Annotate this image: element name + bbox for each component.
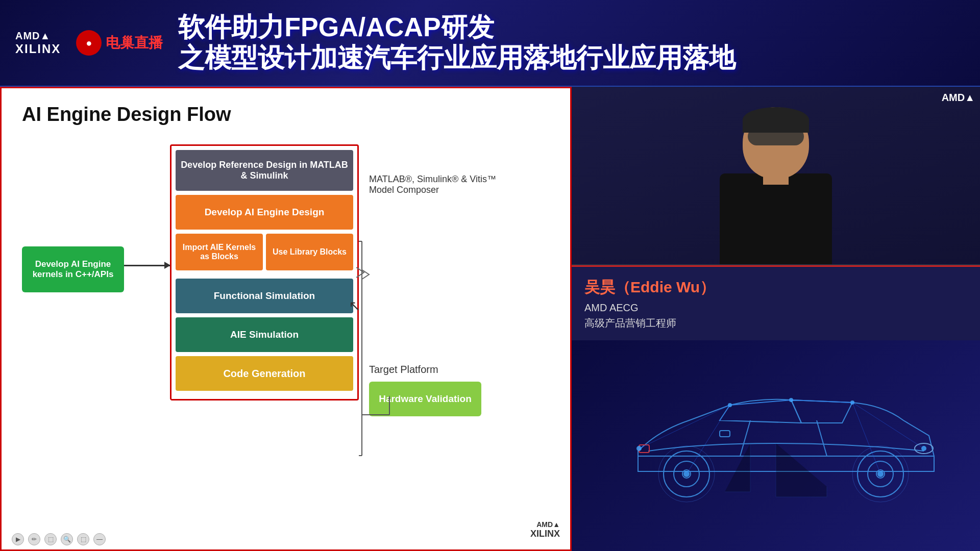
svg-rect-17 [720,431,730,437]
banner-title: 软件助力FPGA/ACAP研发 之模型设计加速汽车行业应用落地行业应用落地 [178,12,965,73]
svg-line-28 [791,400,852,403]
car-visual-area [572,340,980,551]
diagram-container: Develop AI Enginekernels in C++/APIs Dev… [22,139,550,519]
orange-arrow-icon [356,265,366,280]
toolbar-minus-btn[interactable]: — [93,533,106,545]
slide-area: AI Engine Design Flow Develop AI Enginek… [0,87,572,551]
slide-toolbar: ▶ ✏ ⬚ 🔍 ⬚ — [12,533,106,545]
flow-block-functional-sim-label: Functional Simulation [214,290,315,302]
toolbar-play-btn[interactable]: ▶ [12,533,24,545]
webcam-area: AMD▲ [572,87,980,265]
xilinx-logo-text: XILINX [15,42,61,57]
svg-line-31 [852,403,924,448]
flow-block-reference: Develop Reference Design in MATLAB & Sim… [176,150,353,191]
flow-block-aie-sim-label: AIE Simulation [230,329,299,340]
matlab-label-text: MATLAB®, Simulink® & Vitis™ Model Compos… [369,174,496,195]
speaker-info-panel: 吴昊（Eddie Wu） AMD AECG 高级产品营销工程师 [572,265,980,340]
speaker-name: 吴昊（Eddie Wu） [584,277,967,298]
main-flow-box: Develop Reference Design in MATLAB & Sim… [170,144,359,400]
amd-bottom-line2: XILINX [530,529,560,539]
flow-block-library-label: Use Library Blocks [273,247,347,257]
sub-row-blocks: Import AIE Kernels as Blocks Use Library… [176,234,353,274]
dcl-logo: 电巢直播 [76,30,163,56]
hardware-validation-box: Hardware Validation [369,382,481,416]
matlab-label: MATLAB®, Simulink® & Vitis™ Model Compos… [369,174,522,195]
amd-xilinx-header-logo: AMD▲ XILINX [15,30,61,57]
dcl-text: 电巢直播 [106,33,163,53]
flow-block-code-gen-label: Code Generation [223,368,305,380]
hardware-validation-label: Hardware Validation [379,393,472,405]
flow-block-import-label: Import AIE Kernels as Blocks [181,243,258,261]
slide-title: AI Engine Design Flow [2,88,570,136]
svg-line-30 [852,403,880,474]
amd-badge-text: AMD▲ [942,92,975,103]
toolbar-copy-btn[interactable]: ⬚ [44,533,57,545]
arrow-left [124,265,170,266]
flow-block-reference-label: Develop Reference Design in MATLAB & Sim… [181,160,348,181]
svg-line-16 [817,420,827,456]
cursor-icon: ↖ [349,297,360,314]
dcl-circle-icon [76,30,102,56]
amd-bottom-line1: AMD▲ [530,520,560,529]
header-banner: AMD▲ XILINX 电巢直播 软件助力FPGA/ACAP研发 之模型设计加速… [0,0,980,87]
toolbar-zoom-btn[interactable]: 🔍 [61,533,73,545]
target-platform-label: Target Platform [369,364,438,375]
flow-block-library-blocks: Use Library Blocks [266,234,353,270]
amd-logo-text: AMD▲ [15,30,61,42]
flow-block-ai-engine: Develop AI Engine Design [176,195,353,230]
toolbar-view-btn[interactable]: ⬚ [77,533,89,545]
flow-block-code-gen: Code Generation [176,356,353,391]
left-box-label: Develop AI Enginekernels in C++/APIs [33,259,114,280]
banner-line2: 之模型设计加速汽车行业应用落地行业应用落地 [178,43,965,73]
flow-block-ai-engine-label: Develop AI Engine Design [205,207,325,218]
left-cplus-box: Develop AI Enginekernels in C++/APIs [22,246,124,292]
main-area: AI Engine Design Flow Develop AI Enginek… [0,87,980,551]
flow-block-aie-sim: AIE Simulation [176,317,353,352]
flow-block-functional-sim: Functional Simulation [176,279,353,313]
amd-webcam-badge: AMD▲ [942,92,975,104]
toolbar-edit-btn[interactable]: ✏ [28,533,40,545]
webcam-person [572,87,980,264]
banner-line1: 软件助力FPGA/ACAP研发 [178,12,965,43]
flow-block-import-kernels: Import AIE Kernels as Blocks [176,234,263,270]
speaker-company: AMD AECG [584,302,967,314]
amd-xilinx-bottom-logo: AMD▲ XILINX [530,520,560,539]
speaker-title: 高级产品营销工程师 [584,316,967,330]
right-panel: AMD▲ 吴昊（Eddie Wu） AMD AECG 高级产品营销工程师 [572,87,980,551]
car-svg [597,369,954,522]
target-platform-text: Target Platform [369,364,438,375]
